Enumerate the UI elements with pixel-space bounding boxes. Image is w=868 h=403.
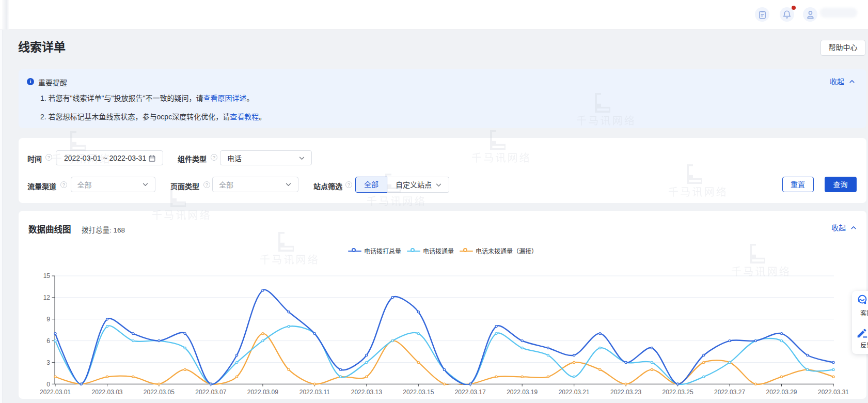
svg-text:2022.03.21: 2022.03.21 — [559, 389, 590, 396]
svg-text:2022.03.05: 2022.03.05 — [144, 389, 175, 396]
svg-text:12: 12 — [43, 294, 51, 301]
svg-text:2022.03.09: 2022.03.09 — [247, 389, 278, 396]
svg-text:2022.03.15: 2022.03.15 — [403, 389, 434, 396]
svg-text:2022.03.31: 2022.03.31 — [818, 389, 849, 396]
svg-text:9: 9 — [46, 316, 50, 323]
svg-text:0: 0 — [46, 381, 50, 388]
svg-text:2022.03.11: 2022.03.11 — [299, 389, 330, 396]
svg-text:2022.03.23: 2022.03.23 — [610, 389, 641, 396]
svg-text:2022.03.03: 2022.03.03 — [91, 389, 122, 396]
svg-text:6: 6 — [46, 337, 50, 345]
svg-text:2022.03.29: 2022.03.29 — [766, 389, 797, 396]
svg-text:2022.03.13: 2022.03.13 — [351, 389, 382, 396]
svg-text:2022.03.01: 2022.03.01 — [40, 389, 71, 396]
svg-text:2022.03.17: 2022.03.17 — [455, 389, 486, 396]
svg-text:2022.03.27: 2022.03.27 — [714, 389, 745, 396]
svg-text:3: 3 — [46, 359, 50, 366]
svg-text:2022.03.07: 2022.03.07 — [195, 389, 226, 396]
svg-text:2022.03.25: 2022.03.25 — [662, 389, 693, 396]
svg-text:15: 15 — [43, 272, 51, 280]
svg-text:2022.03.19: 2022.03.19 — [507, 389, 538, 396]
